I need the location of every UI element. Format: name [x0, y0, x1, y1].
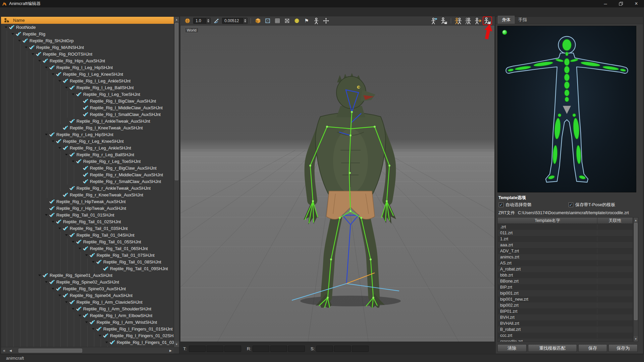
template-row[interactable]: aaa.zrt [498, 242, 633, 248]
scroll-down-button[interactable]: ▼ [634, 336, 638, 342]
template-name-column-header[interactable]: Template名字 [498, 218, 597, 224]
expand-arrow[interactable] [10, 33, 15, 35]
expand-arrow[interactable] [84, 321, 89, 323]
tree-item[interactable]: Reptile_Rig_l_Arm_WristSHJnt [1, 319, 174, 325]
tree-item[interactable]: Reptile_Rig_l_BigClaw_AuxSHJnt [1, 98, 174, 104]
expand-arrow[interactable] [4, 26, 8, 28]
template-row[interactable]: AS.zrt [498, 260, 633, 266]
tree-item[interactable]: Reptile_Rig_l_Fingers_01_03SHJnt [1, 339, 174, 346]
template-row[interactable]: BIP.zrt [498, 284, 633, 290]
tree-item[interactable]: Reptile_Rig_l_Fingers_01_02SHJnt [1, 332, 174, 339]
save-tpose-checkbox[interactable]: ✓ 保存带T-Pose的模板 [569, 202, 615, 208]
match-pose-icon[interactable] [464, 17, 472, 24]
tree-item[interactable]: Reptile_Rig_r_Leg_HipSHJnt [1, 131, 174, 138]
template-row[interactable]: A_robat.zrt [498, 266, 633, 272]
expand-arrow[interactable] [71, 308, 75, 310]
tree-item[interactable]: Reptile_Rig_l_AnkleTweak_AuxSHJnt [1, 118, 174, 124]
template-row[interactable]: BBone.zrt [498, 278, 633, 284]
association-column-header[interactable]: 关联性 [597, 218, 633, 224]
snap-sphere-icon[interactable] [183, 17, 192, 24]
expand-arrow[interactable] [24, 47, 29, 48]
expand-arrow[interactable] [84, 254, 89, 256]
tree-item[interactable]: Reptile_Rig_l_Leg_HipSHJnt [1, 64, 174, 71]
tree-item[interactable]: Reptile_Rig_r_HipTweak_AuxSHJnt [1, 205, 174, 212]
save-button[interactable]: 保存 [578, 344, 607, 352]
flag-icon[interactable]: ⚑ [303, 17, 311, 24]
tree-item[interactable]: Reptile_Rig_l_Arm_ShoulderSHJnt [1, 305, 174, 312]
tree-item[interactable]: Reptile_Rig_r_BigClaw_AuxSHJnt [1, 165, 174, 171]
expand-arrow[interactable] [31, 53, 35, 55]
expand-arrow[interactable] [57, 228, 62, 229]
tree-item[interactable]: Reptile_Rig_l_SmallClaw_AuxSHJnt [1, 111, 174, 118]
viewport-3d[interactable]: World [180, 25, 495, 342]
tree-item[interactable]: Reptile_Rig_r_MiddleClaw_AuxSHJnt [1, 171, 174, 178]
preview-pose-icon[interactable] [430, 17, 438, 24]
expand-arrow[interactable] [71, 161, 75, 162]
template-row[interactable]: bip002.zrt [498, 302, 633, 308]
tree-item[interactable]: Reptile_Rig_Tail_01_08SHJnt [1, 258, 174, 265]
expand-arrow[interactable] [44, 134, 49, 135]
tree-item[interactable]: Reptile_Rig_Tail_01_09SHJnt [1, 265, 174, 272]
tree-item[interactable]: Reptile_Rig_l_Arm_ClavicleSHJnt [1, 299, 174, 305]
sphere-icon[interactable] [293, 17, 301, 24]
scale-y-field[interactable] [334, 346, 351, 352]
tree-item[interactable]: Reptile_Rig_Tail_01_01SHJnt [1, 212, 174, 218]
tab-body[interactable]: 身体 [498, 16, 515, 24]
tree-item[interactable]: RootNode [1, 24, 174, 31]
template-row[interactable]: BVH.zrt [498, 314, 633, 320]
horizontal-scroll-track[interactable] [14, 348, 167, 353]
close-button[interactable]: × [629, 0, 644, 7]
template-row[interactable]: animcs.zrt [498, 254, 633, 260]
scale-x-field[interactable] [316, 346, 333, 352]
tree-item[interactable]: Reptile_Rig_Spine03_AuxSHJnt [1, 285, 174, 292]
tree-item[interactable]: Reptile_Rig_Tail_01_04SHJnt [1, 232, 174, 238]
vertical-scroll-thumb[interactable] [175, 23, 178, 180]
bind-skeleton-icon[interactable] [454, 17, 462, 24]
tree-item[interactable]: Reptile_Rig_Tail_01_05SHJnt [1, 238, 174, 245]
expand-arrow[interactable] [91, 328, 96, 330]
save-pose-icon[interactable] [440, 17, 448, 24]
outliner-horizontal-scrollbar[interactable]: « ◀ ▶ [1, 347, 174, 354]
expand-arrow[interactable] [51, 288, 55, 290]
translate-x-field[interactable] [189, 346, 206, 352]
increment-value-spinner[interactable]: 0.00512 [222, 18, 248, 24]
clear-button[interactable]: 清除 [497, 344, 527, 352]
template-row[interactable]: BVHAll.zrt [498, 320, 633, 326]
rotate-y-field[interactable] [270, 346, 287, 352]
template-row[interactable]: ccc.zrt [498, 333, 633, 339]
expand-arrow[interactable] [17, 40, 22, 42]
texture-grid-icon[interactable] [283, 17, 291, 24]
rematch-template-button[interactable]: 重找模板匹配 [528, 344, 577, 352]
tree-item[interactable]: Reptile_Rig_r_Leg_BallSHJnt [1, 151, 174, 158]
expand-arrow[interactable] [71, 94, 75, 95]
translate-z-field[interactable] [224, 346, 241, 352]
template-row[interactable]: 011.zrt [498, 230, 633, 236]
tree-item[interactable]: Reptile_Rig_Spine02_AuxSHJnt [1, 279, 174, 285]
tree-item[interactable]: Reptile_Rig_r_KneeTweak_AuxSHJnt [1, 191, 174, 198]
expand-arrow[interactable] [51, 140, 55, 142]
scroll-down-button[interactable]: ▼ [174, 342, 179, 347]
expand-arrow[interactable] [37, 60, 42, 62]
apply-pose-icon[interactable] [474, 17, 482, 24]
template-row[interactable]: bip001.zrt [498, 290, 633, 296]
template-row[interactable]: bip001_new.zrt [498, 296, 633, 302]
tree-item[interactable]: Reptile_Rig_Hips_AuxSHJnt [1, 57, 174, 64]
tree-item[interactable]: Reptile_Rig_l_HipTweak_AuxSHJnt [1, 198, 174, 205]
wireframe-box-icon[interactable] [264, 17, 272, 24]
expand-arrow[interactable] [71, 241, 75, 243]
scroll-left-button[interactable]: ◀ [7, 348, 14, 354]
expand-arrow[interactable] [51, 73, 55, 75]
tree-item[interactable]: Reptile_Rig_Tail_01_07SHJnt [1, 252, 174, 258]
template-row[interactable]: bbb.zrt [498, 272, 633, 278]
tree-item[interactable]: Reptile_Rig_ROOTSHJnt [1, 51, 174, 57]
restore-button[interactable] [613, 0, 629, 7]
expand-arrow[interactable] [77, 315, 82, 316]
tree-item[interactable]: Reptile_Rig_Spine01_AuxSHJnt [1, 272, 174, 279]
translate-y-field[interactable] [207, 346, 223, 352]
scroll-up-button[interactable]: ▲ [634, 218, 638, 223]
tree-item[interactable]: Reptile_Rig_l_MiddleClaw_AuxSHJnt [1, 104, 174, 111]
template-row[interactable]: .zrt [498, 224, 633, 230]
expand-arrow[interactable] [91, 261, 96, 263]
tree-item[interactable]: Reptile_Rig [1, 31, 174, 37]
tree-item[interactable]: Reptile_Rig_MAINSHJnt [1, 44, 174, 51]
